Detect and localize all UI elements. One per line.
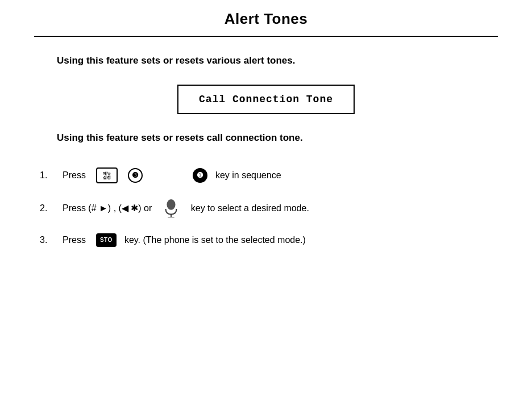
tone-box-container: Call Connection Tone: [34, 85, 498, 114]
step-2-suffix: key to select a desired mode.: [188, 202, 309, 215]
step-2-number: 2.: [40, 202, 57, 215]
menu-key-icon: 메뉴설정: [96, 167, 118, 183]
page-title: Alert Tones: [225, 10, 308, 27]
step-2-press: Press (# ►) , (◀ ✱) or: [63, 202, 152, 215]
step-1-row: 1. Press 메뉴설정 ❸ ❶ key in sequence: [40, 167, 498, 183]
mic-icon: [163, 199, 179, 217]
tone-box: Call Connection Tone: [177, 85, 355, 114]
sub-intro-text: Using this feature sets or resets call c…: [57, 131, 498, 145]
instructions-list: 1. Press 메뉴설정 ❸ ❶ key in sequence 2. Pre…: [34, 167, 498, 247]
circle-3-icon: ❸: [128, 168, 143, 183]
step-1-press: Press: [63, 169, 86, 182]
sto-key-icon: STO: [96, 233, 117, 247]
step-1-suffix: key in sequence: [215, 169, 281, 182]
page-header: Alert Tones: [34, 0, 498, 37]
step-3-press: Press: [63, 233, 86, 247]
step-3-row: 3. Press STO key. (The phone is set to t…: [40, 233, 498, 247]
intro-text: Using this feature sets or resets variou…: [57, 54, 498, 68]
step-3-number: 3.: [40, 233, 57, 247]
svg-point-0: [167, 199, 176, 210]
step-1-number: 1.: [40, 169, 57, 182]
circle-1-icon: ❶: [193, 168, 207, 183]
step-2-row: 2. Press (# ►) , (◀ ✱) or key to select …: [40, 199, 498, 217]
step-3-suffix: key. (The phone is set to the selected m…: [124, 233, 306, 247]
page-container: Alert Tones Using this feature sets or r…: [0, 0, 532, 394]
